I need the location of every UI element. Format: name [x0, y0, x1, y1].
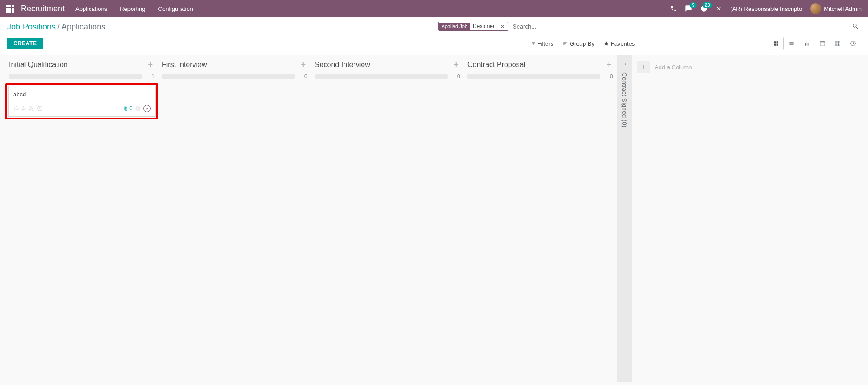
kanban-column-first-interview: First Interview + 0	[158, 55, 311, 382]
facet-value: Designer	[470, 22, 497, 30]
filters-dropdown[interactable]: Filters	[531, 40, 553, 47]
svg-rect-1	[835, 41, 840, 46]
filters-label: Filters	[538, 40, 553, 47]
svg-rect-0	[820, 42, 825, 46]
control-panel: Job Positions / Applications Applied Job…	[0, 17, 868, 55]
column-progress-bar[interactable]	[315, 74, 448, 79]
add-column-label: Add a Column	[655, 64, 692, 71]
kanban-state-dot[interactable]	[135, 106, 141, 111]
star-icon[interactable]: ☆	[28, 104, 34, 113]
column-title[interactable]: Contract Proposal	[467, 61, 604, 69]
search-facet: Applied Job Designer ✕	[438, 22, 508, 31]
user-avatar	[810, 3, 821, 14]
kanban-column-second-interview: Second Interview + 0	[311, 55, 464, 382]
groupby-label: Group By	[570, 40, 594, 47]
priority-stars[interactable]: ☆ ☆ ☆	[13, 104, 34, 113]
groupby-dropdown[interactable]: Group By	[562, 40, 594, 47]
favorites-dropdown[interactable]: Favorites	[604, 40, 635, 47]
add-column-area[interactable]: + Add a Column	[632, 55, 722, 382]
view-switcher	[769, 37, 861, 50]
column-progress-bar[interactable]	[162, 74, 295, 79]
column-add-icon[interactable]: +	[299, 60, 307, 69]
activity-view-icon[interactable]	[845, 37, 861, 50]
unassigned-avatar-icon[interactable]	[143, 105, 151, 112]
search-bar[interactable]: Applied Job Designer ✕	[438, 22, 861, 32]
star-icon[interactable]: ☆	[20, 104, 27, 113]
user-name: Mitchell Admin	[824, 5, 862, 12]
svg-point-5	[147, 108, 148, 108]
column-title[interactable]: Second Interview	[315, 61, 452, 69]
graph-view-icon[interactable]	[799, 37, 815, 50]
nav-reporting[interactable]: Reporting	[120, 5, 145, 12]
calendar-view-icon[interactable]	[815, 37, 830, 50]
facet-remove-icon[interactable]: ✕	[497, 23, 508, 30]
list-view-icon[interactable]	[784, 37, 799, 50]
card-title: abcd	[13, 91, 151, 98]
apps-icon[interactable]	[6, 5, 14, 13]
folded-column-title: Contract Signed (0)	[621, 72, 628, 127]
activities-icon[interactable]: 28	[700, 5, 708, 12]
nav-systray: 5 28 (AR) Responsable Inscripto Mitchell…	[670, 3, 862, 14]
create-button[interactable]: CREATE	[7, 38, 43, 49]
column-add-icon[interactable]: +	[452, 60, 460, 69]
kanban-column-contract-proposal: Contract Proposal + 0	[464, 55, 617, 382]
messages-badge: 5	[690, 2, 697, 8]
svg-point-4	[146, 108, 146, 108]
column-count: 0	[604, 73, 613, 80]
kanban-board: Initial Qualification + 1 abcd ☆ ☆ ☆	[0, 55, 868, 382]
arrow-left-right-icon: ↔	[621, 60, 628, 68]
column-title[interactable]: Initial Qualification	[9, 61, 146, 69]
facet-label: Applied Job	[439, 23, 470, 30]
column-add-icon[interactable]: +	[604, 60, 613, 69]
company-selector[interactable]: (AR) Responsable Inscripto	[730, 5, 802, 12]
breadcrumb-current: Applications	[61, 22, 105, 32]
search-input[interactable]	[511, 22, 850, 31]
column-progress-bar[interactable]	[9, 74, 142, 79]
breadcrumb-parent[interactable]: Job Positions	[7, 22, 56, 32]
nav-menu: Applications Reporting Configuration	[75, 5, 193, 12]
search-icon[interactable]	[850, 23, 861, 30]
attachment-count[interactable]: 0	[123, 105, 132, 112]
column-count: 0	[298, 73, 307, 80]
plus-icon: +	[637, 61, 650, 73]
activities-badge: 28	[703, 2, 712, 8]
column-count: 1	[146, 73, 155, 80]
nav-applications[interactable]: Applications	[75, 5, 107, 12]
kanban-column-initial-qualification: Initial Qualification + 1 abcd ☆ ☆ ☆	[5, 55, 158, 382]
kanban-card[interactable]: abcd ☆ ☆ ☆ 0	[8, 86, 156, 117]
messages-icon[interactable]: 5	[685, 5, 692, 12]
app-brand[interactable]: Recruitment	[21, 4, 65, 14]
top-nav: Recruitment Applications Reporting Confi…	[0, 0, 868, 17]
column-add-icon[interactable]: +	[146, 60, 155, 69]
close-tour-icon[interactable]	[716, 5, 722, 12]
star-icon[interactable]: ☆	[13, 104, 19, 113]
kanban-view-icon[interactable]	[769, 37, 784, 50]
column-title[interactable]: First Interview	[162, 61, 299, 69]
search-options: Filters Group By Favorites	[177, 40, 635, 47]
highlighted-card-frame: abcd ☆ ☆ ☆ 0	[5, 83, 158, 119]
pivot-view-icon[interactable]	[830, 37, 845, 50]
breadcrumb-sep: /	[57, 22, 60, 32]
activity-clock-icon[interactable]	[37, 105, 43, 112]
phone-icon[interactable]	[670, 5, 677, 12]
breadcrumb: Job Positions / Applications	[7, 22, 105, 32]
nav-configuration[interactable]: Configuration	[158, 5, 193, 12]
favorites-label: Favorites	[611, 40, 635, 47]
column-progress-bar[interactable]	[467, 74, 600, 79]
kanban-column-folded-contract-signed[interactable]: ↔ Contract Signed (0)	[617, 55, 632, 382]
user-menu[interactable]: Mitchell Admin	[810, 3, 862, 14]
column-count: 0	[451, 73, 460, 80]
